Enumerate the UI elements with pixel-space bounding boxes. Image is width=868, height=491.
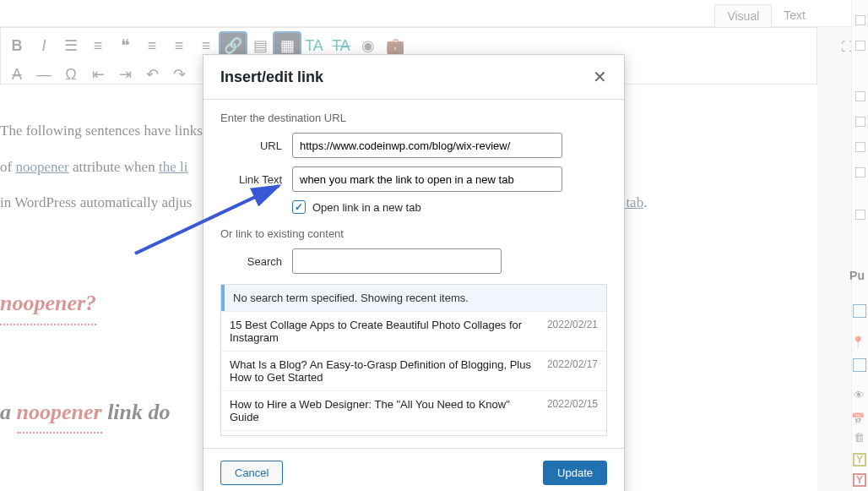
update-button[interactable]: Update	[543, 461, 607, 485]
url-label: URL	[220, 139, 292, 152]
search-label: Search	[220, 255, 292, 268]
search-results: No search term specified. Showing recent…	[220, 284, 607, 436]
cancel-button[interactable]: Cancel	[220, 461, 283, 485]
url-input[interactable]	[292, 133, 562, 158]
result-title: 15 Best Collage Apps to Create Beautiful…	[230, 319, 535, 344]
result-item[interactable]: What Is a Blog? An Easy-to-Grasp Definit…	[221, 351, 606, 390]
result-item[interactable]: 15 Best Collage Apps to Create Beautiful…	[221, 311, 606, 351]
section-label: Enter the destination URL	[220, 112, 607, 124]
result-title: What Is a Blog? An Easy-to-Grasp Definit…	[230, 358, 535, 384]
results-notice: No search term specified. Showing recent…	[221, 285, 606, 311]
linktext-input[interactable]	[292, 166, 562, 192]
result-date: 2022/02/15	[547, 398, 598, 423]
open-new-tab-label: Open link in a new tab	[312, 201, 421, 214]
insert-link-modal: Insert/edit link ✕ Enter the destination…	[203, 54, 625, 491]
result-item[interactable]: Wix Review: Is Wix the Right Website Bui…	[221, 430, 606, 436]
modal-title: Insert/edit link	[220, 68, 323, 86]
result-title: How to Hire a Web Designer: The "All You…	[230, 398, 535, 423]
linktext-label: Link Text	[220, 173, 292, 186]
result-date: 2022/02/17	[547, 358, 598, 384]
search-input[interactable]	[292, 248, 502, 274]
result-item[interactable]: How to Hire a Web Designer: The "All You…	[221, 390, 606, 430]
section-label: Or link to existing content	[220, 227, 607, 240]
result-date: 2022/02/21	[547, 319, 598, 344]
open-new-tab-checkbox[interactable]: ✓	[292, 200, 306, 214]
close-icon[interactable]: ✕	[593, 67, 607, 87]
